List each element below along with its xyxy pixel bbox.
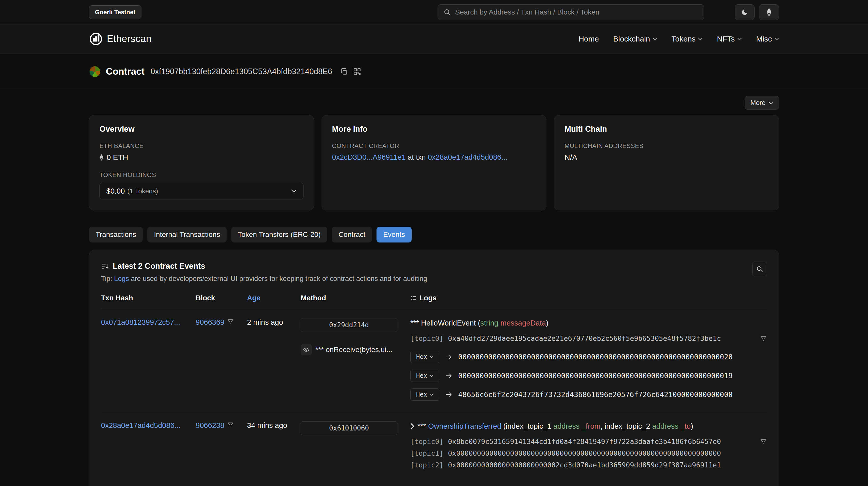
events-title: Latest 2 Contract Events [113,262,205,271]
sig-text: , [600,422,604,430]
nav-label: Blockchain [613,35,650,43]
brand-name: Etherscan [107,33,152,44]
chevron-down-icon [653,37,657,40]
tab-internal-transactions[interactable]: Internal Transactions [147,227,227,242]
nav-item-nfts[interactable]: NFTs [717,35,742,43]
topic-label: [topic2] [410,459,443,471]
chevron-down-icon [769,102,773,105]
txn-hash-link[interactable]: 0x071a081239972c57... [101,318,180,326]
hex-label: Hex [416,372,427,379]
creator-address-link[interactable]: 0x2cD3D0...A96911e1 [332,153,406,161]
chevron-down-icon [774,37,779,40]
topic-value: 0x0000000000000000000000002cd3d070ae1bd3… [448,459,721,471]
events-panel: Latest 2 Contract Events Tip: Logs are u… [89,250,779,486]
chevron-down-icon [698,37,703,40]
sig-text: ( [501,422,506,430]
filter-icon[interactable] [760,335,767,342]
topic-label: [topic0] [410,436,443,447]
copy-address-button[interactable] [340,67,348,76]
hex-label: Hex [416,353,427,361]
eye-icon [303,346,310,353]
sig-param-name: messageData [498,319,546,327]
topic-value: 0x00000000000000000000000000000000000000… [448,448,721,459]
card-title: Overview [99,124,304,134]
hex-format-dropdown[interactable]: Hex [410,370,439,382]
card-title: Multi Chain [564,124,769,134]
eth-balance-label: ETH BALANCE [99,142,304,149]
block-link[interactable]: 9066238 [196,421,224,430]
tab-token-transfers[interactable]: Token Transfers (ERC-20) [231,227,327,242]
moon-icon [741,8,748,16]
expand-toggle-icon[interactable] [410,423,414,429]
tip-prefix: Tip: [101,275,112,283]
topic-row: [topic1] 0x00000000000000000000000000000… [410,448,767,459]
sig-param-name: _to [679,422,691,430]
network-badge[interactable]: Goerli Testnet [89,5,142,19]
tip-text: are used by developers/external UI provi… [131,275,427,283]
etherscan-logo[interactable]: Etherscan [89,32,152,46]
method-name: *** onReceive(bytes,ui... [315,346,392,354]
search-icon [756,265,763,273]
age-value: 2 mins ago [247,318,283,326]
more-button[interactable]: More [745,96,779,110]
event-row: 0x071a081239972c57... 9066369 2 mins ago… [101,309,767,412]
more-label: More [750,99,766,107]
nav-item-home[interactable]: Home [579,35,599,43]
event-name-link[interactable]: OwnershipTransferred [428,422,501,430]
qr-code-button[interactable] [353,67,361,76]
sig-text: *** HelloWorldEvent ( [410,319,480,327]
hex-format-dropdown[interactable]: Hex [410,389,439,401]
creation-txn-link[interactable]: 0x28a0e17ad4d5d086... [428,153,507,161]
sig-text: ) [691,422,693,430]
theme-toggle-button[interactable] [735,4,754,20]
page-title: Contract [106,66,145,77]
multichain-addresses-value: N/A [564,153,577,162]
column-txn-hash: Txn Hash [101,294,196,302]
search-input[interactable] [455,8,698,16]
copy-icon [340,67,348,76]
nav-item-tokens[interactable]: Tokens [671,35,703,43]
token-holdings-dropdown[interactable]: $0.00 (1 Tokens) [99,183,304,199]
column-block: Block [196,294,247,302]
hex-format-dropdown[interactable]: Hex [410,351,439,363]
etherscan-logo-icon [89,32,103,46]
list-icon [410,295,417,301]
logs-doc-link[interactable]: Logs [114,275,129,283]
tab-bar: Transactions Internal Transactions Token… [89,227,779,242]
block-link[interactable]: 9066369 [196,318,224,326]
txn-hash-link[interactable]: 0x28a0e17ad4d5d086... [101,421,181,429]
nav-item-blockchain[interactable]: Blockchain [613,35,657,43]
event-signature: *** HelloWorldEvent (string messageData) [410,318,767,328]
nav-item-misc[interactable]: Misc [756,35,779,43]
event-search-button[interactable] [752,262,767,276]
search-bar[interactable] [438,4,704,20]
main-navbar: Etherscan Home Blockchain Tokens NFTs Mi… [0,25,868,54]
token-holdings-count: (1 Tokens) [127,187,158,195]
topic-value: 0xa40dfd2729daee195cadae2e21e670770eb2c5… [448,333,721,344]
topbar: Goerli Testnet [0,0,868,25]
event-signature: *** OwnershipTransferred (index_topic_1 … [410,421,767,431]
sig-param-type: address [652,422,679,430]
network-menu-button[interactable] [759,4,779,20]
filter-icon[interactable] [760,438,767,445]
filter-icon[interactable] [227,421,234,428]
events-tip: Tip: Logs are used by developers/externa… [101,275,427,283]
contract-address: 0xf1907bb130feb28D6e1305C53A4bfdb32140d8… [151,67,332,76]
topic-row: [topic0] 0xa40dfd2729daee195cadae2e21e67… [410,333,767,344]
method-id-badge: 0x61010060 [301,421,397,435]
topic-row: [topic0] 0x8be0079c531659141344cd1fd0a4f… [410,436,767,447]
tab-events[interactable]: Events [376,227,412,242]
view-method-button[interactable] [301,344,312,355]
nav-label: Home [579,35,599,43]
chevron-down-icon [737,37,742,40]
sig-text: ) [546,319,549,327]
sig-text: *** [417,422,428,430]
event-row: 0x28a0e17ad4d5d086... 9066238 34 mins ag… [101,412,767,482]
ethereum-icon [99,154,103,161]
filter-icon[interactable] [227,318,234,325]
log-data-word: 0000000000000000000000000000000000000000… [458,372,733,380]
tab-contract[interactable]: Contract [332,227,372,242]
eth-balance-value: 0 ETH [106,153,128,162]
tab-transactions[interactable]: Transactions [89,227,143,242]
column-age-toggle[interactable]: Age [247,294,301,302]
